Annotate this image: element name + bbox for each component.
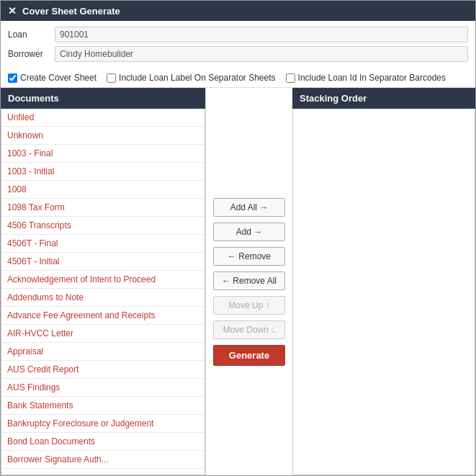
- loan-row: Loan 901001: [8, 27, 468, 42]
- borrower-value: Cindy Homebuilder: [55, 46, 468, 62]
- list-item[interactable]: Advance Fee Agreement and Receipts: [1, 307, 205, 325]
- include-loan-label-checkbox[interactable]: Include Loan Label On Separator Sheets: [107, 73, 276, 83]
- list-item[interactable]: Addendums to Note: [1, 289, 205, 307]
- list-item[interactable]: 1003 - Initial: [1, 163, 205, 181]
- documents-panel: Documents UnfiledUnknown1003 - Final1003…: [1, 88, 206, 475]
- remove-button[interactable]: ← Remove: [213, 247, 285, 266]
- list-item[interactable]: 1098 Tax Form: [1, 199, 205, 217]
- list-item[interactable]: Unfiled: [1, 109, 205, 127]
- documents-header: Documents: [1, 88, 205, 109]
- move-up-button[interactable]: Move Up ↑: [213, 296, 285, 315]
- window: ✕ Cover Sheet Generate Loan 901001 Borro…: [0, 0, 476, 476]
- window-title: Cover Sheet Generate: [22, 6, 120, 17]
- loan-value: 901001: [55, 27, 468, 42]
- list-item[interactable]: Borrower Signature Auth...: [1, 451, 205, 469]
- list-item[interactable]: Bank Statements: [1, 397, 205, 415]
- list-item[interactable]: Appraisal: [1, 343, 205, 361]
- list-item[interactable]: Unknown: [1, 127, 205, 145]
- stacking-list[interactable]: [292, 109, 475, 475]
- add-all-button[interactable]: Add All →: [213, 198, 285, 217]
- include-loan-id-checkbox[interactable]: Include Loan Id In Separator Barcodes: [286, 73, 446, 83]
- title-bar: ✕ Cover Sheet Generate: [1, 1, 475, 21]
- list-item[interactable]: Bond Loan Documents: [1, 433, 205, 451]
- list-item[interactable]: Acknowledgement of Intent to Proceed: [1, 271, 205, 289]
- middle-buttons: Add All → Add → ← Remove ← Remove All Mo…: [206, 88, 292, 475]
- stacking-panel: Stacking Order: [292, 88, 475, 475]
- add-button[interactable]: Add →: [213, 223, 285, 241]
- documents-list[interactable]: UnfiledUnknown1003 - Final1003 - Initial…: [1, 109, 205, 475]
- list-item[interactable]: 4506 Transcripts: [1, 217, 205, 235]
- checkboxes-row: Create Cover Sheet Include Loan Label On…: [1, 68, 475, 88]
- main-content: Documents UnfiledUnknown1003 - Final1003…: [1, 88, 475, 475]
- create-cover-sheet-label: Create Cover Sheet: [20, 73, 96, 83]
- create-cover-sheet-checkbox[interactable]: Create Cover Sheet: [8, 73, 96, 83]
- list-item[interactable]: Bankruptcy Foreclosure or Judgement: [1, 415, 205, 433]
- list-item[interactable]: 1003 - Final: [1, 145, 205, 163]
- move-down-button[interactable]: Move Down ↓: [213, 320, 285, 339]
- borrower-label: Borrower: [8, 49, 55, 59]
- include-loan-id-label: Include Loan Id In Separator Barcodes: [298, 73, 446, 83]
- loan-label: Loan: [8, 30, 55, 40]
- close-icon[interactable]: ✕: [8, 5, 17, 17]
- stacking-header: Stacking Order: [292, 88, 475, 109]
- list-item[interactable]: AUS Credit Report: [1, 361, 205, 379]
- list-item[interactable]: 4506T - Final: [1, 235, 205, 253]
- generate-button[interactable]: Generate: [213, 345, 285, 366]
- list-item[interactable]: AUS Findings: [1, 379, 205, 397]
- list-item[interactable]: AIR-HVCC Letter: [1, 325, 205, 343]
- remove-all-button[interactable]: ← Remove All: [213, 271, 285, 290]
- borrower-row: Borrower Cindy Homebuilder: [8, 46, 468, 62]
- form-area: Loan 901001 Borrower Cindy Homebuilder: [1, 21, 475, 68]
- list-item[interactable]: 1008: [1, 181, 205, 199]
- list-item[interactable]: 4506T - Initial: [1, 253, 205, 271]
- include-loan-label-text: Include Loan Label On Separator Sheets: [119, 73, 276, 83]
